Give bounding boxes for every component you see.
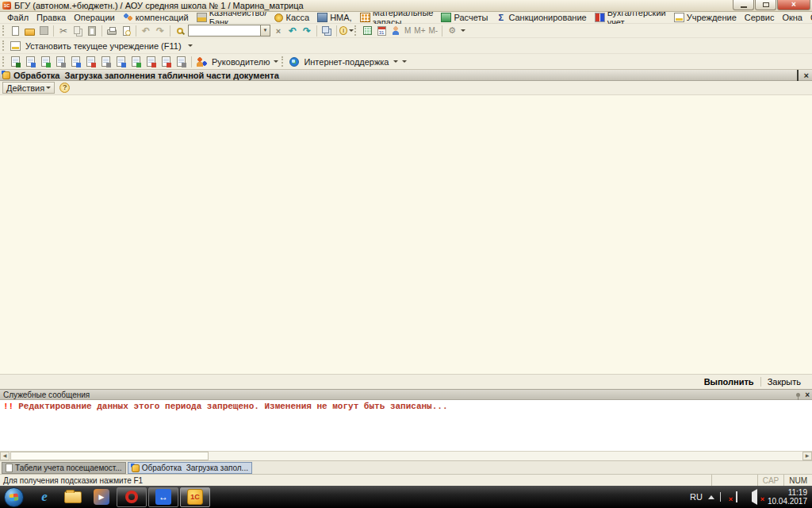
menu-item-cash[interactable]: Касса	[270, 12, 313, 24]
toolbar-overflow-icon[interactable]	[188, 44, 193, 47]
help-button[interactable]: ?	[59, 83, 70, 93]
menu-item-operations[interactable]: Операции	[70, 12, 118, 24]
navigate-back-button[interactable]: ↶	[285, 25, 300, 37]
find-button[interactable]	[173, 25, 187, 37]
clear-search-button[interactable]: ×	[271, 25, 285, 37]
memory-m-plus-button[interactable]: M+	[412, 26, 427, 35]
volume-icon[interactable]: ×	[752, 492, 762, 502]
toolbar-grip[interactable]	[282, 56, 285, 67]
pin-icon[interactable]	[796, 393, 800, 397]
menu-item-settlements[interactable]: Расчеты	[437, 12, 492, 24]
copy-button[interactable]	[71, 25, 85, 37]
menu-item-windows[interactable]: Окна	[778, 12, 806, 24]
window-titlebar[interactable]: 1С БГУ (автоном.+бюджетн.) / АОУ средняя…	[0, 0, 812, 12]
menu-item-help[interactable]: Справка	[806, 12, 812, 24]
fill-table-button-4[interactable]	[53, 55, 68, 68]
processing-window-titlebar[interactable]: Обработка Загрузка заполнения табличной …	[0, 70, 812, 81]
language-indicator[interactable]: RU	[690, 492, 703, 502]
undo-button[interactable]: ↶	[139, 25, 153, 37]
paste-button[interactable]	[85, 25, 99, 37]
print-button[interactable]	[105, 25, 119, 37]
execute-button[interactable]: Выполнить	[698, 377, 760, 387]
1c-taskbar-button[interactable]: 1С	[180, 487, 210, 507]
tab-timesheets[interactable]: Табели учета посещаемост...	[2, 462, 126, 474]
fill-table-button-8[interactable]	[113, 55, 128, 68]
menu-item-compensation[interactable]: Учет компенсаций РП	[119, 12, 193, 24]
memory-m-button[interactable]: M	[403, 26, 412, 35]
manager-button[interactable]: Руководителю	[194, 55, 281, 68]
menu-item-institution[interactable]: Учреждение	[670, 12, 741, 24]
fill-table-button-3[interactable]	[38, 55, 53, 68]
tray-expand-icon[interactable]	[708, 495, 714, 499]
menu-item-edit[interactable]: Правка	[33, 12, 70, 24]
internet-explorer-button[interactable]: e	[30, 487, 59, 507]
user-button[interactable]	[389, 25, 403, 37]
minimize-button[interactable]	[733, 0, 754, 10]
fill-table-button-1[interactable]	[8, 55, 23, 68]
cut-button[interactable]: ✂	[56, 25, 71, 37]
menu-item-file[interactable]: Файл	[3, 12, 33, 24]
messages-close-button[interactable]: ×	[805, 390, 810, 400]
service-messages-header[interactable]: Служебные сообщения ×	[0, 390, 812, 400]
scroll-right-button[interactable]: ▶	[802, 452, 812, 460]
fill-table-button-10[interactable]	[144, 55, 159, 68]
clock[interactable]: 11:19 10.04.2017	[768, 488, 807, 506]
network-icon[interactable]	[736, 492, 746, 502]
services-button[interactable]: ⚙	[445, 25, 459, 37]
fill-table-button-9[interactable]	[128, 55, 144, 68]
calendar-button[interactable]: 31	[374, 25, 389, 37]
mdi-close-button[interactable]: ×	[804, 71, 809, 80]
set-current-institution-button[interactable]: Установить текущее учреждение (F11)	[8, 39, 186, 52]
navigate-forward-button[interactable]: ↷	[300, 25, 314, 37]
menu-item-assets[interactable]: ОС, НМА, НПА	[313, 12, 356, 24]
toolbar-overflow-icon[interactable]	[461, 29, 465, 32]
error-badge-icon: ×	[729, 495, 733, 503]
print-preview-button[interactable]	[119, 25, 133, 37]
toolbar-grip[interactable]	[2, 56, 6, 67]
new-document-button[interactable]	[8, 25, 22, 37]
search-dropdown-button[interactable]: ▼	[261, 25, 270, 37]
service-messages-body[interactable]: !!Редактирование данных этого периода за…	[0, 400, 812, 451]
close-window-button[interactable]: Закрыть	[761, 377, 807, 387]
save-button[interactable]	[36, 25, 51, 37]
fill-table-button-6[interactable]	[83, 55, 98, 68]
actions-menu-button[interactable]: Действия	[2, 82, 55, 94]
close-button[interactable]: ×	[777, 0, 810, 10]
mdi-restore-button[interactable]	[797, 71, 799, 80]
open-button[interactable]	[22, 25, 36, 37]
menu-item-treasury[interactable]: Казначейство/Банк	[193, 12, 271, 24]
internet-support-button[interactable]: Интернет-поддержка	[287, 55, 400, 68]
scroll-left-button[interactable]: ◀	[0, 452, 10, 460]
menu-item-materials[interactable]: Материальные запасы	[356, 12, 438, 24]
tab-processing[interactable]: Обработка Загрузка запол...	[128, 462, 252, 474]
search-input[interactable]	[188, 25, 261, 37]
windows-list-button[interactable]	[320, 25, 334, 37]
menu-item-accounting[interactable]: Бухгалтерский учет	[591, 12, 670, 24]
fill-table-button-2[interactable]	[23, 55, 38, 68]
clock-date: 10.04.2017	[768, 497, 807, 506]
search-combobox: ▼	[188, 25, 270, 37]
fill-table-button-11[interactable]	[159, 55, 174, 68]
menu-item-service[interactable]: Сервис	[741, 12, 779, 24]
start-button[interactable]	[4, 487, 24, 507]
fill-table-button-12[interactable]	[174, 55, 189, 68]
media-player-button[interactable]: ▶	[87, 487, 116, 507]
memory-m-minus-button[interactable]: M-	[427, 26, 440, 35]
messages-horizontal-scrollbar[interactable]: ◀ ▶	[0, 451, 812, 460]
table-button[interactable]	[360, 25, 374, 37]
opera-button[interactable]	[117, 487, 147, 507]
toolbar-overflow-icon[interactable]	[402, 60, 407, 63]
fill-table-button-5[interactable]	[68, 55, 83, 68]
info-button[interactable]: i	[339, 25, 354, 37]
toolbar-grip[interactable]	[2, 25, 6, 36]
redo-button[interactable]: ↷	[153, 25, 167, 37]
maximize-button[interactable]	[755, 0, 776, 10]
toolbar-grip[interactable]	[2, 40, 6, 51]
scrollbar-thumb[interactable]	[10, 452, 209, 460]
explorer-button[interactable]	[59, 487, 87, 507]
toolbar-grip[interactable]	[354, 25, 358, 36]
action-center-icon[interactable]: ×	[720, 492, 730, 502]
teamviewer-button[interactable]: ↔	[148, 487, 178, 507]
fill-table-button-7[interactable]	[98, 55, 113, 68]
menu-item-sanctioning[interactable]: ΣСанкционирование	[492, 12, 590, 24]
